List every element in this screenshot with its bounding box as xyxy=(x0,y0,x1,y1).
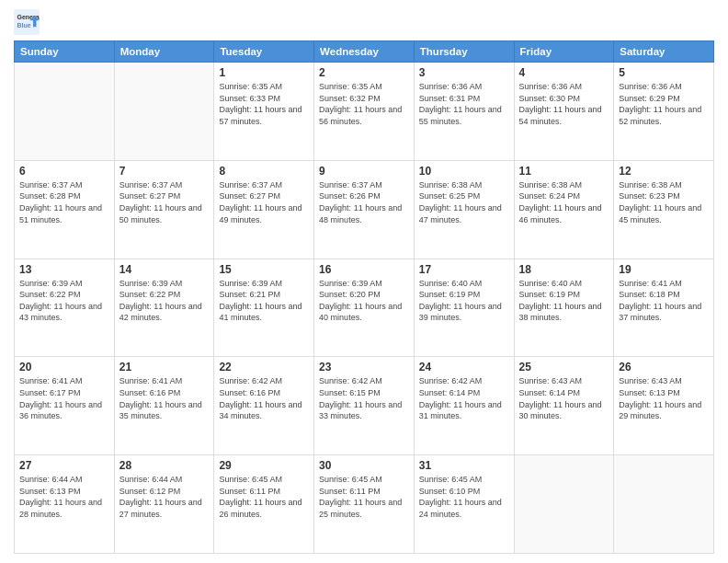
day-info: Sunrise: 6:41 AMSunset: 6:18 PMDaylight:… xyxy=(619,278,709,324)
calendar-cell: 4Sunrise: 6:36 AMSunset: 6:30 PMDaylight… xyxy=(514,63,614,161)
day-info: Sunrise: 6:39 AMSunset: 6:21 PMDaylight:… xyxy=(219,278,309,324)
day-number: 14 xyxy=(119,263,210,276)
day-number: 26 xyxy=(619,361,709,373)
header: General Blue xyxy=(14,9,714,35)
calendar-cell: 9Sunrise: 6:37 AMSunset: 6:26 PMDaylight… xyxy=(314,160,415,259)
day-number: 11 xyxy=(519,165,609,178)
week-row-2: 13Sunrise: 6:39 AMSunset: 6:22 PMDayligh… xyxy=(15,259,714,357)
day-number: 16 xyxy=(319,263,409,276)
day-info: Sunrise: 6:45 AMSunset: 6:11 PMDaylight:… xyxy=(219,474,309,520)
svg-text:Blue: Blue xyxy=(17,22,31,29)
day-info: Sunrise: 6:36 AMSunset: 6:29 PMDaylight:… xyxy=(619,81,709,127)
calendar-cell: 29Sunrise: 6:45 AMSunset: 6:11 PMDayligh… xyxy=(214,455,314,554)
day-info: Sunrise: 6:35 AMSunset: 6:32 PMDaylight:… xyxy=(319,81,409,127)
calendar-cell: 28Sunrise: 6:44 AMSunset: 6:12 PMDayligh… xyxy=(114,455,214,554)
day-info: Sunrise: 6:38 AMSunset: 6:23 PMDaylight:… xyxy=(619,179,709,225)
calendar-cell: 3Sunrise: 6:36 AMSunset: 6:31 PMDaylight… xyxy=(414,63,514,161)
day-info: Sunrise: 6:37 AMSunset: 6:26 PMDaylight:… xyxy=(319,179,409,225)
weekday-tuesday: Tuesday xyxy=(214,41,314,63)
calendar-cell: 22Sunrise: 6:42 AMSunset: 6:16 PMDayligh… xyxy=(214,357,314,455)
calendar-cell: 23Sunrise: 6:42 AMSunset: 6:15 PMDayligh… xyxy=(314,357,415,455)
day-number: 25 xyxy=(519,361,609,373)
calendar-table: SundayMondayTuesdayWednesdayThursdayFrid… xyxy=(14,40,714,554)
day-info: Sunrise: 6:42 AMSunset: 6:14 PMDaylight:… xyxy=(419,375,509,421)
day-number: 29 xyxy=(219,459,309,472)
day-number: 22 xyxy=(219,361,309,373)
day-number: 19 xyxy=(619,263,709,276)
day-number: 24 xyxy=(419,361,509,373)
day-number: 13 xyxy=(19,263,109,276)
logo-icon: General Blue xyxy=(14,9,40,35)
day-info: Sunrise: 6:39 AMSunset: 6:20 PMDaylight:… xyxy=(319,278,409,324)
calendar-cell: 2Sunrise: 6:35 AMSunset: 6:32 PMDaylight… xyxy=(314,63,415,161)
week-row-4: 27Sunrise: 6:44 AMSunset: 6:13 PMDayligh… xyxy=(15,455,714,554)
day-info: Sunrise: 6:43 AMSunset: 6:13 PMDaylight:… xyxy=(619,375,709,421)
calendar-page: General Blue SundayMondayTuesdayWednesda… xyxy=(0,0,728,563)
calendar-cell: 10Sunrise: 6:38 AMSunset: 6:25 PMDayligh… xyxy=(414,160,514,259)
calendar-cell: 17Sunrise: 6:40 AMSunset: 6:19 PMDayligh… xyxy=(414,259,514,357)
weekday-header-row: SundayMondayTuesdayWednesdayThursdayFrid… xyxy=(15,41,714,63)
week-row-1: 6Sunrise: 6:37 AMSunset: 6:28 PMDaylight… xyxy=(15,160,714,259)
day-number: 3 xyxy=(419,66,509,79)
calendar-cell: 5Sunrise: 6:36 AMSunset: 6:29 PMDaylight… xyxy=(614,63,714,161)
day-info: Sunrise: 6:40 AMSunset: 6:19 PMDaylight:… xyxy=(519,278,609,324)
day-info: Sunrise: 6:36 AMSunset: 6:30 PMDaylight:… xyxy=(519,81,609,127)
calendar-cell: 21Sunrise: 6:41 AMSunset: 6:16 PMDayligh… xyxy=(114,357,214,455)
calendar-cell: 16Sunrise: 6:39 AMSunset: 6:20 PMDayligh… xyxy=(314,259,415,357)
day-info: Sunrise: 6:41 AMSunset: 6:16 PMDaylight:… xyxy=(119,375,210,421)
calendar-cell: 15Sunrise: 6:39 AMSunset: 6:21 PMDayligh… xyxy=(214,259,314,357)
calendar-cell: 8Sunrise: 6:37 AMSunset: 6:27 PMDaylight… xyxy=(214,160,314,259)
calendar-cell: 12Sunrise: 6:38 AMSunset: 6:23 PMDayligh… xyxy=(614,160,714,259)
day-info: Sunrise: 6:37 AMSunset: 6:28 PMDaylight:… xyxy=(19,179,109,225)
weekday-sunday: Sunday xyxy=(15,41,115,63)
day-info: Sunrise: 6:42 AMSunset: 6:16 PMDaylight:… xyxy=(219,375,309,421)
calendar-cell: 25Sunrise: 6:43 AMSunset: 6:14 PMDayligh… xyxy=(514,357,614,455)
calendar-cell: 20Sunrise: 6:41 AMSunset: 6:17 PMDayligh… xyxy=(15,357,115,455)
logo: General Blue xyxy=(14,9,43,35)
day-info: Sunrise: 6:39 AMSunset: 6:22 PMDaylight:… xyxy=(119,278,210,324)
day-number: 7 xyxy=(119,165,210,178)
day-number: 30 xyxy=(319,459,409,472)
day-number: 27 xyxy=(19,459,109,472)
calendar-cell xyxy=(15,63,115,161)
day-number: 21 xyxy=(119,361,210,373)
day-info: Sunrise: 6:45 AMSunset: 6:10 PMDaylight:… xyxy=(419,474,509,520)
day-info: Sunrise: 6:37 AMSunset: 6:27 PMDaylight:… xyxy=(119,179,210,225)
day-number: 15 xyxy=(219,263,309,276)
calendar-cell: 24Sunrise: 6:42 AMSunset: 6:14 PMDayligh… xyxy=(414,357,514,455)
day-number: 31 xyxy=(419,459,509,472)
day-info: Sunrise: 6:36 AMSunset: 6:31 PMDaylight:… xyxy=(419,81,509,127)
day-info: Sunrise: 6:38 AMSunset: 6:24 PMDaylight:… xyxy=(519,179,609,225)
calendar-cell: 27Sunrise: 6:44 AMSunset: 6:13 PMDayligh… xyxy=(15,455,115,554)
calendar-cell: 1Sunrise: 6:35 AMSunset: 6:33 PMDaylight… xyxy=(214,63,314,161)
day-number: 17 xyxy=(419,263,509,276)
calendar-cell xyxy=(514,455,614,554)
calendar-cell: 31Sunrise: 6:45 AMSunset: 6:10 PMDayligh… xyxy=(414,455,514,554)
day-info: Sunrise: 6:38 AMSunset: 6:25 PMDaylight:… xyxy=(419,179,509,225)
day-info: Sunrise: 6:44 AMSunset: 6:13 PMDaylight:… xyxy=(19,474,109,520)
weekday-thursday: Thursday xyxy=(414,41,514,63)
day-number: 12 xyxy=(619,165,709,178)
day-number: 5 xyxy=(619,66,709,79)
day-number: 8 xyxy=(219,165,309,178)
day-info: Sunrise: 6:45 AMSunset: 6:11 PMDaylight:… xyxy=(319,474,409,520)
day-info: Sunrise: 6:42 AMSunset: 6:15 PMDaylight:… xyxy=(319,375,409,421)
weekday-monday: Monday xyxy=(114,41,214,63)
day-number: 2 xyxy=(319,66,409,79)
day-number: 20 xyxy=(19,361,109,373)
day-number: 4 xyxy=(519,66,609,79)
day-info: Sunrise: 6:40 AMSunset: 6:19 PMDaylight:… xyxy=(419,278,509,324)
weekday-friday: Friday xyxy=(514,41,614,63)
calendar-cell: 18Sunrise: 6:40 AMSunset: 6:19 PMDayligh… xyxy=(514,259,614,357)
day-number: 1 xyxy=(219,66,309,79)
calendar-cell: 7Sunrise: 6:37 AMSunset: 6:27 PMDaylight… xyxy=(114,160,214,259)
day-info: Sunrise: 6:37 AMSunset: 6:27 PMDaylight:… xyxy=(219,179,309,225)
weekday-saturday: Saturday xyxy=(614,41,714,63)
day-number: 10 xyxy=(419,165,509,178)
day-number: 23 xyxy=(319,361,409,373)
calendar-cell xyxy=(114,63,214,161)
calendar-cell: 13Sunrise: 6:39 AMSunset: 6:22 PMDayligh… xyxy=(15,259,115,357)
weekday-wednesday: Wednesday xyxy=(314,41,415,63)
day-number: 9 xyxy=(319,165,409,178)
calendar-cell: 26Sunrise: 6:43 AMSunset: 6:13 PMDayligh… xyxy=(614,357,714,455)
